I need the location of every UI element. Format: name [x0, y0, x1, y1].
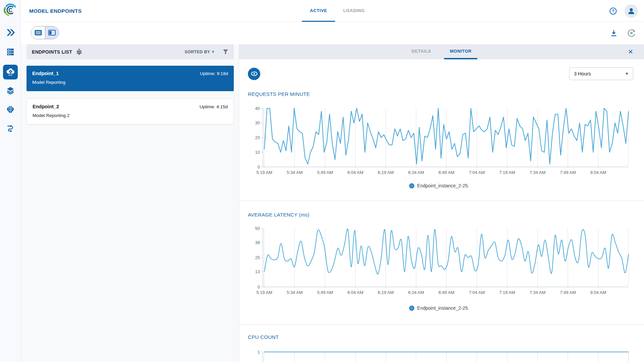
- visibility-button[interactable]: [248, 68, 260, 80]
- tab-details[interactable]: DETAILS: [406, 44, 437, 59]
- svg-text:13: 13: [255, 269, 260, 274]
- endpoints-panel: ENDPOINTS LIST SORTED BY ▾: [21, 44, 239, 362]
- sorted-by-label: SORTED BY: [185, 50, 210, 54]
- sidebar-item-ai[interactable]: [3, 102, 18, 117]
- svg-text:20: 20: [255, 135, 260, 140]
- close-panel-button[interactable]: ✕: [625, 44, 637, 59]
- svg-text:0: 0: [258, 165, 260, 170]
- svg-text:C: C: [8, 7, 12, 13]
- svg-text:5:34 AM: 5:34 AM: [287, 170, 303, 175]
- sidebar-item-flows[interactable]: [3, 121, 18, 136]
- endpoint-card-2[interactable]: Endpoint_2 Uptime: 4:15d Model Reporting…: [26, 99, 234, 124]
- endpoint-card-1[interactable]: Endpoint_1 Uptime: 9:18d Model Reporting: [26, 66, 234, 91]
- chevron-down-icon: ▾: [212, 50, 214, 54]
- svg-text:6:49 AM: 6:49 AM: [438, 290, 454, 295]
- endpoint-uptime: Uptime: 4:15d: [200, 104, 228, 109]
- main-content: ENDPOINTS LIST SORTED BY ▾: [21, 44, 644, 362]
- sidebar-item-hosts[interactable]: [3, 45, 18, 59]
- svg-text:30: 30: [255, 120, 260, 125]
- chart-title-requests: REQUESTS PER MINUTE: [248, 91, 644, 97]
- tab-active[interactable]: ACTIVE: [302, 0, 335, 22]
- legend-label: Endpoint_instance_2-25.: [417, 305, 469, 311]
- svg-text:5:19 AM: 5:19 AM: [256, 290, 272, 295]
- endpoint-description: Model Reporting 2: [33, 113, 228, 118]
- svg-text:6:04 AM: 6:04 AM: [347, 290, 364, 295]
- section-divider: [239, 200, 644, 201]
- svg-text:5:49 AM: 5:49 AM: [317, 170, 333, 175]
- endpoint-uptime: Uptime: 9:18d: [200, 71, 228, 76]
- chart-legend: Endpoint_instance_2-25.: [248, 182, 630, 190]
- chart-title-latency: AVERAGE LATENCY (ms): [248, 212, 644, 218]
- svg-text:5:19 AM: 5:19 AM: [256, 170, 272, 175]
- view-toolbar: [21, 22, 644, 44]
- sidebar-item-datasets[interactable]: [3, 83, 18, 98]
- filter-funnel-icon: [223, 49, 228, 55]
- list-view-button[interactable]: [31, 26, 45, 39]
- endpoint-name: Endpoint_1: [32, 71, 59, 76]
- svg-text:0: 0: [258, 285, 260, 290]
- endpoint-description: Model Reporting: [32, 80, 228, 85]
- help-button[interactable]: ?: [606, 4, 620, 18]
- svg-text:50: 50: [255, 226, 260, 231]
- auto-refresh-pause-icon: [627, 28, 636, 38]
- svg-text:7:04 AM: 7:04 AM: [469, 290, 485, 295]
- svg-text:40: 40: [255, 106, 260, 111]
- split-view-icon: [48, 30, 56, 36]
- chart-legend: Endpoint_instance_2-25.: [248, 304, 630, 312]
- page-title: MODEL ENDPOINTS: [29, 8, 82, 14]
- detail-panel-tabs: DETAILS MONITOR ✕: [239, 44, 644, 59]
- endpoints-list-title: ENDPOINTS LIST: [32, 49, 72, 55]
- tab-monitor[interactable]: MONITOR: [444, 44, 477, 59]
- svg-text:7:04 AM: 7:04 AM: [469, 170, 485, 175]
- sidebar-item-model-endpoints[interactable]: [3, 65, 18, 79]
- sorted-by-dropdown[interactable]: SORTED BY ▾: [185, 50, 214, 54]
- eye-icon: [251, 71, 258, 76]
- svg-text:6:04 AM: 6:04 AM: [347, 170, 364, 175]
- auto-refresh-pause-button[interactable]: [625, 26, 638, 40]
- legend-dot-icon: [409, 306, 414, 311]
- endpoint-name: Endpoint_2: [33, 104, 59, 109]
- chevron-down-icon: ▼: [625, 71, 629, 76]
- app-logo[interactable]: C: [3, 3, 17, 17]
- view-mode-toggle: [31, 26, 59, 39]
- svg-text:7:49 AM: 7:49 AM: [560, 170, 576, 175]
- svg-text:6:49 AM: 6:49 AM: [438, 170, 454, 175]
- svg-text:7:49 AM: 7:49 AM: [560, 290, 576, 295]
- svg-text:10: 10: [255, 150, 260, 155]
- cpu-count-chart: 1: [248, 345, 630, 362]
- user-menu-button[interactable]: [625, 4, 638, 18]
- sort-lines-icon: [76, 49, 82, 55]
- download-button[interactable]: [607, 26, 621, 40]
- detail-panel: DETAILS MONITOR ✕ 3 Hours ▼ REQUESTS PER…: [239, 44, 644, 362]
- tab-loading[interactable]: LOADING: [335, 0, 373, 22]
- svg-text:8:04 AM: 8:04 AM: [590, 170, 606, 175]
- user-avatar-icon: [627, 7, 635, 15]
- svg-text:6:34 AM: 6:34 AM: [408, 170, 424, 175]
- legend-dot-icon: [409, 183, 414, 188]
- split-view-button[interactable]: [45, 26, 59, 39]
- cloud-gear-icon: [5, 67, 15, 77]
- svg-text:1: 1: [258, 350, 260, 355]
- monitor-toolbar: 3 Hours ▼: [248, 67, 633, 80]
- close-icon: ✕: [628, 48, 633, 56]
- endpoint-state-tabs: ACTIVE LOADING: [302, 0, 373, 22]
- flow-icon: [6, 124, 14, 133]
- left-nav-rail: C: [0, 0, 21, 362]
- cloudera-logo-icon: C: [3, 3, 17, 17]
- svg-text:6:19 AM: 6:19 AM: [378, 170, 394, 175]
- svg-text:5:49 AM: 5:49 AM: [317, 290, 333, 295]
- svg-text:8:04 AM: 8:04 AM: [590, 290, 606, 295]
- svg-text:38: 38: [255, 240, 260, 245]
- top-bar: MODEL ENDPOINTS ACTIVE LOADING ?: [21, 0, 644, 22]
- sidebar-item-expand[interactable]: [3, 25, 18, 40]
- requests-per-minute-chart: 0102030405:19 AM5:34 AM5:49 AM6:04 AM6:1…: [248, 106, 630, 177]
- svg-text:25: 25: [255, 255, 260, 260]
- layers-icon: [6, 86, 14, 95]
- average-latency-chart: 0132538505:19 AM5:34 AM5:49 AM6:04 AM6:1…: [248, 226, 630, 297]
- svg-text:5:34 AM: 5:34 AM: [287, 290, 303, 295]
- svg-text:7:19 AM: 7:19 AM: [499, 290, 515, 295]
- time-range-select[interactable]: 3 Hours ▼: [569, 67, 633, 80]
- list-density-button[interactable]: [76, 49, 82, 55]
- list-view-icon: [35, 30, 42, 36]
- filter-button[interactable]: [223, 49, 228, 55]
